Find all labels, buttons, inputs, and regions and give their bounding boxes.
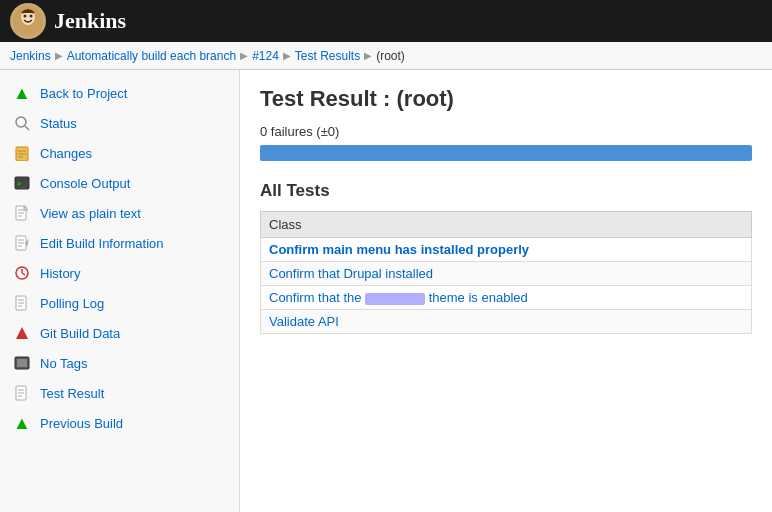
plaintext-icon: [12, 203, 32, 223]
app-header: Jenkins: [0, 0, 772, 42]
console-icon: >_: [12, 173, 32, 193]
sidebar-item-previous-build[interactable]: ▲ Previous Build: [0, 408, 239, 438]
svg-line-24: [22, 273, 25, 275]
sidebar-label-history: History: [40, 266, 80, 281]
table-cell: Confirm that the theme is enabled: [261, 286, 752, 310]
table-row: Confirm that the theme is enabled: [261, 286, 752, 310]
sidebar-item-view-as-plain-text[interactable]: View as plain text: [0, 198, 239, 228]
sidebar-item-status[interactable]: Status: [0, 108, 239, 138]
layout: ▲ Back to Project Status Changes >_ Cons…: [0, 70, 772, 512]
table-cell: Confirm main menu has installed properly: [261, 238, 752, 262]
breadcrumb-arrow-3: ▶: [283, 50, 291, 61]
breadcrumb: Jenkins ▶ Automatically build each branc…: [0, 42, 772, 70]
git-icon: [12, 323, 32, 343]
sidebar-label-status: Status: [40, 116, 77, 131]
all-tests-heading: All Tests: [260, 181, 752, 201]
history-icon: [12, 263, 32, 283]
test-link-confirm-main-menu[interactable]: Confirm main menu has installed properly: [269, 242, 529, 257]
table-header-class: Class: [261, 212, 752, 238]
table-row: Validate API: [261, 310, 752, 334]
svg-point-4: [16, 117, 26, 127]
breadcrumb-build[interactable]: #124: [252, 49, 279, 63]
table-cell: Validate API: [261, 310, 752, 334]
sidebar-label-changes: Changes: [40, 146, 92, 161]
main-content: Test Result : (root) 0 failures (±0) All…: [240, 70, 772, 512]
page-title: Test Result : (root): [260, 86, 752, 112]
breadcrumb-arrow-1: ▶: [55, 50, 63, 61]
svg-point-2: [24, 15, 27, 18]
table-row: Confirm main menu has installed properly: [261, 238, 752, 262]
prev-icon: ▲: [12, 413, 32, 433]
test-link-confirm-drupal[interactable]: Confirm that Drupal installed: [269, 266, 433, 281]
sidebar-item-test-result[interactable]: Test Result: [0, 378, 239, 408]
breadcrumb-jenkins[interactable]: Jenkins: [10, 49, 51, 63]
sidebar-item-git-build-data[interactable]: Git Build Data: [0, 318, 239, 348]
failures-count: 0 failures (±0): [260, 124, 752, 139]
svg-rect-31: [17, 359, 27, 367]
test-link-validate-api[interactable]: Validate API: [269, 314, 339, 329]
sidebar-label-no-tags: No Tags: [40, 356, 87, 371]
notag-icon: [12, 353, 32, 373]
test-link-confirm-theme[interactable]: Confirm that the theme is enabled: [269, 290, 528, 305]
progress-bar: [260, 145, 752, 161]
breadcrumb-arrow-4: ▶: [364, 50, 372, 61]
up-arrow-icon: ▲: [12, 83, 32, 103]
sidebar-item-edit-build-information[interactable]: Edit Build Information: [0, 228, 239, 258]
testresult-icon: [12, 383, 32, 403]
sidebar-item-history[interactable]: History: [0, 258, 239, 288]
sidebar-item-console-output[interactable]: >_ Console Output: [0, 168, 239, 198]
sidebar-label-test-result: Test Result: [40, 386, 104, 401]
polling-icon: [12, 293, 32, 313]
status-icon: [12, 113, 32, 133]
sidebar-label-previous-build: Previous Build: [40, 416, 123, 431]
svg-line-5: [25, 126, 29, 130]
table-cell: Confirm that Drupal installed: [261, 262, 752, 286]
svg-marker-29: [16, 327, 28, 339]
changes-icon: [12, 143, 32, 163]
sidebar: ▲ Back to Project Status Changes >_ Cons…: [0, 70, 240, 512]
sidebar-label-back-to-project: Back to Project: [40, 86, 127, 101]
sidebar-label-console-output: Console Output: [40, 176, 130, 191]
breadcrumb-branch[interactable]: Automatically build each branch: [67, 49, 236, 63]
sidebar-item-back-to-project[interactable]: ▲ Back to Project: [0, 78, 239, 108]
sidebar-item-changes[interactable]: Changes: [0, 138, 239, 168]
app-title: Jenkins: [54, 8, 126, 34]
sidebar-label-polling-log: Polling Log: [40, 296, 104, 311]
breadcrumb-arrow-2: ▶: [240, 50, 248, 61]
svg-point-3: [30, 15, 33, 18]
jenkins-logo: [10, 3, 46, 39]
edit-icon: [12, 233, 32, 253]
sidebar-item-no-tags[interactable]: No Tags: [0, 348, 239, 378]
redacted-text: [365, 293, 425, 305]
tests-table: Class Confirm main menu has installed pr…: [260, 211, 752, 334]
breadcrumb-test-results[interactable]: Test Results: [295, 49, 360, 63]
sidebar-label-git-build-data: Git Build Data: [40, 326, 120, 341]
sidebar-label-plain-text: View as plain text: [40, 206, 141, 221]
svg-text:>_: >_: [17, 180, 26, 188]
table-row: Confirm that Drupal installed: [261, 262, 752, 286]
breadcrumb-root: (root): [376, 49, 405, 63]
sidebar-item-polling-log[interactable]: Polling Log: [0, 288, 239, 318]
sidebar-label-edit-build-info: Edit Build Information: [40, 236, 164, 251]
